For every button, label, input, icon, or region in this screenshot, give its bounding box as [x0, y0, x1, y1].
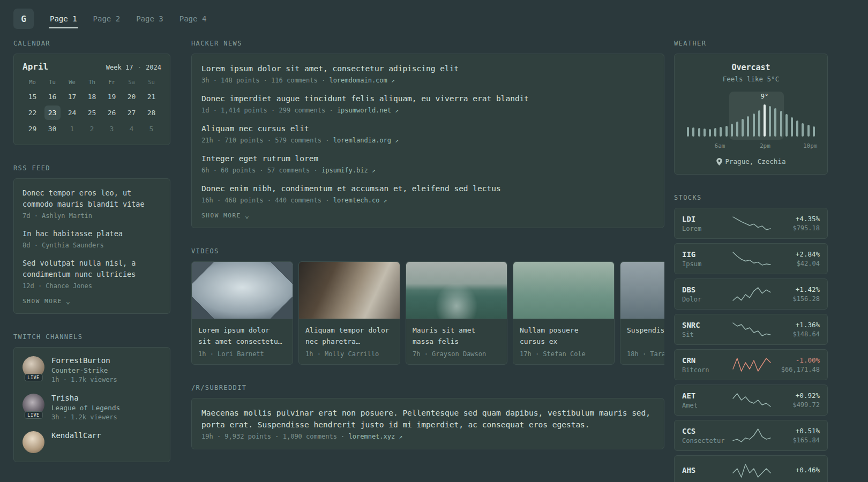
hn-domain-link[interactable]: ipsumify.biz: [321, 167, 368, 174]
hn-item-title[interactable]: Aliquam nec cursus elit: [201, 123, 654, 134]
video-card[interactable]: Lorem ipsum dolor sit amet consectetu… 1…: [191, 261, 293, 365]
app-logo[interactable]: G: [13, 9, 34, 29]
twitch-channel-name[interactable]: Trisha: [51, 394, 120, 402]
weekday-label: Sa: [122, 79, 141, 85]
stock-row[interactable]: AHS +0.46%: [674, 455, 828, 482]
calendar-day: 27: [124, 106, 140, 120]
widget-header-rss: RSS FEED: [13, 164, 170, 172]
twitch-channel[interactable]: KendallCarr: [23, 431, 161, 453]
hn-meta-text: 21h · 710 points · 579 comments ·: [201, 137, 329, 144]
calendar-day: 24: [64, 106, 80, 120]
video-thumbnail[interactable]: [299, 262, 400, 319]
rss-item-meta: 12d · Chance Jones: [23, 282, 161, 290]
hn-item: Donec enim nibh, condimentum et accumsan…: [201, 183, 654, 204]
hn-item-title[interactable]: Donec imperdiet augue tincidunt felis al…: [201, 93, 654, 104]
weather-peak-temp-label: 9°: [761, 93, 768, 100]
tab-page-3[interactable]: Page 3: [135, 9, 164, 28]
video-title[interactable]: Lorem ipsum dolor sit amet consectetu…: [198, 325, 286, 347]
stock-ticker: SNRC: [682, 321, 732, 329]
calendar-day: 16: [44, 89, 61, 104]
stock-row[interactable]: CRN Bitcorn -1.00% $66,171.48: [674, 349, 828, 380]
weather-temp-bar: [698, 128, 700, 137]
stock-name: Dolor: [682, 296, 732, 303]
calendar-day: 19: [104, 89, 120, 104]
video-thumbnail[interactable]: [620, 262, 664, 319]
calendar-day: 25: [84, 106, 100, 120]
stock-row[interactable]: SNRC Sit +1.36% $148.64: [674, 314, 828, 345]
video-title[interactable]: Suspendisse diam: [627, 325, 664, 347]
video-thumbnail[interactable]: [513, 262, 614, 319]
video-card[interactable]: Mauris sit amet massa felis 7h · Grayson…: [406, 261, 507, 365]
stock-ticker: AHS: [682, 466, 732, 475]
weather-temp-bar: [807, 125, 810, 137]
calendar-week: Week 17: [106, 64, 133, 71]
hn-item: Lorem ipsum dolor sit amet, consectetur …: [201, 63, 654, 84]
subreddit-domain-link[interactable]: loremnet.xyz: [349, 433, 395, 440]
widget-header-stocks: STOCKS: [674, 194, 828, 201]
stock-price: $165.84: [772, 436, 820, 444]
weather-temp-bar: [785, 114, 788, 137]
stock-row[interactable]: CCS Consectetur +0.51% $165.84: [674, 420, 828, 451]
hn-item-title[interactable]: Donec enim nibh, condimentum et accumsan…: [201, 183, 654, 194]
calendar-day-next-month: 4: [124, 122, 140, 136]
twitch-channel-name[interactable]: ForrestBurton: [51, 356, 117, 365]
left-column: CALENDAR April Week 17 · 2024 Mo Tu We T…: [13, 40, 170, 462]
calendar-day: 21: [144, 89, 160, 104]
external-link-icon: ↗: [395, 137, 399, 144]
stock-row[interactable]: AET Amet +0.92% $499.72: [674, 385, 828, 416]
twitch-channel[interactable]: LIVE ForrestBurton Counter-Strike 1h · 1…: [23, 356, 161, 383]
video-meta: 1h · Molly Carrillo: [305, 350, 393, 358]
video-card[interactable]: Suspendisse diam 18h · Tara: [620, 261, 664, 365]
hn-domain-link[interactable]: loremtech.co: [333, 197, 380, 204]
hn-item-meta: 6h · 60 points · 57 comments · ipsumify.…: [201, 167, 654, 174]
subreddit-card: Maecenas mollis pulvinar erat non posuer…: [191, 398, 664, 449]
rss-item-title[interactable]: Sed volutpat nulla nisl, a condimentum n…: [23, 258, 161, 280]
weather-temp-bar: [747, 116, 749, 137]
hn-item-title[interactable]: Integer eget rutrum lorem: [201, 153, 654, 164]
weather-card: Overcast Feels like 5°C 9° 6am2pm10pm Pr…: [674, 54, 828, 175]
hn-domain-link[interactable]: loremlandia.org: [333, 137, 391, 144]
stocks-widget: STOCKS LDI Lorem +4.35% $795.18 IIG: [674, 194, 828, 482]
hn-item-title[interactable]: Lorem ipsum dolor sit amet, consectetur …: [201, 63, 654, 74]
weather-temp-bar: [704, 129, 706, 137]
calendar-day-next-month: 1: [64, 122, 80, 136]
video-title[interactable]: Mauris sit amet massa felis: [413, 325, 500, 347]
tab-page-1[interactable]: Page 1: [49, 9, 78, 28]
stock-name: Bitcorn: [682, 366, 732, 374]
video-title[interactable]: Aliquam tempor dolor nec pharetra…: [305, 325, 393, 347]
rss-show-more-button[interactable]: SHOW MORE ⌄: [23, 298, 161, 305]
video-row: Lorem ipsum dolor sit amet consectetu… 1…: [191, 261, 664, 365]
tab-page-2[interactable]: Page 2: [92, 9, 122, 28]
video-title[interactable]: Nullam posuere cursus ex: [520, 325, 608, 347]
stock-row[interactable]: DBS Dolor +1.42% $156.28: [674, 278, 828, 310]
video-card[interactable]: Aliquam tempor dolor nec pharetra… 1h · …: [298, 261, 400, 365]
weather-times: 6am2pm10pm: [683, 142, 819, 150]
hn-domain-link[interactable]: ipsumworld.net: [337, 107, 391, 114]
weather-temp-bar: [753, 114, 755, 137]
calendar-day: 29: [25, 122, 41, 136]
hn-domain-link[interactable]: loremdomain.com: [329, 77, 387, 84]
weather-temp-bar: [774, 108, 776, 137]
rss-item-title[interactable]: Donec tempor eros leo, ut commodo mauris…: [23, 187, 161, 210]
subreddit-post-title[interactable]: Maecenas mollis pulvinar erat non posuer…: [201, 407, 654, 431]
external-link-icon: ↗: [391, 77, 395, 84]
twitch-channel[interactable]: LIVE Trisha League of Legends 3h · 1.2k …: [23, 394, 161, 421]
live-badge: LIVE: [24, 374, 42, 381]
widget-header-weather: WEATHER: [674, 40, 828, 47]
video-card[interactable]: Nullam posuere cursus ex 17h · Stefan Co…: [513, 261, 615, 365]
weather-time-label: 2pm: [760, 142, 770, 149]
hn-show-more-button[interactable]: SHOW MORE ⌄: [201, 212, 654, 219]
twitch-channel-name[interactable]: KendallCarr: [51, 431, 101, 440]
stock-name: Amet: [682, 402, 732, 409]
stock-row[interactable]: IIG Ipsum +2.84% $42.04: [674, 243, 828, 274]
stock-row[interactable]: LDI Lorem +4.35% $795.18: [674, 208, 828, 239]
hn-item: Donec imperdiet augue tincidunt felis al…: [201, 93, 654, 114]
rss-item-meta: 7d · Ashlyn Martin: [23, 212, 161, 220]
video-thumbnail[interactable]: [192, 262, 293, 319]
stock-change: +0.51%: [772, 427, 820, 435]
hn-meta-text: 3h · 148 points · 116 comments ·: [201, 77, 325, 84]
weather-time-label: 6am: [715, 142, 725, 149]
rss-item-title[interactable]: In hac habitasse platea: [23, 228, 161, 239]
tab-page-4[interactable]: Page 4: [178, 9, 208, 28]
video-thumbnail[interactable]: [406, 262, 507, 319]
